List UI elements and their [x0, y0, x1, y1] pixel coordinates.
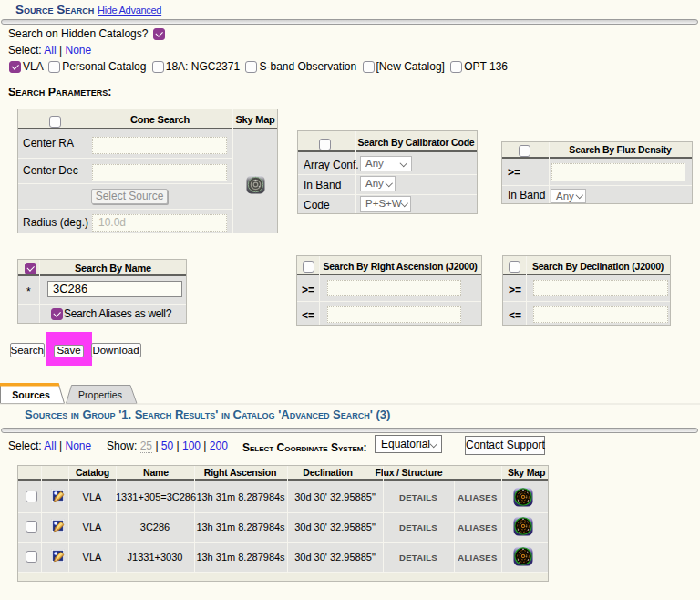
- svg-text:Properties: Properties: [78, 389, 122, 400]
- svg-text:Sources: Sources: [12, 389, 50, 400]
